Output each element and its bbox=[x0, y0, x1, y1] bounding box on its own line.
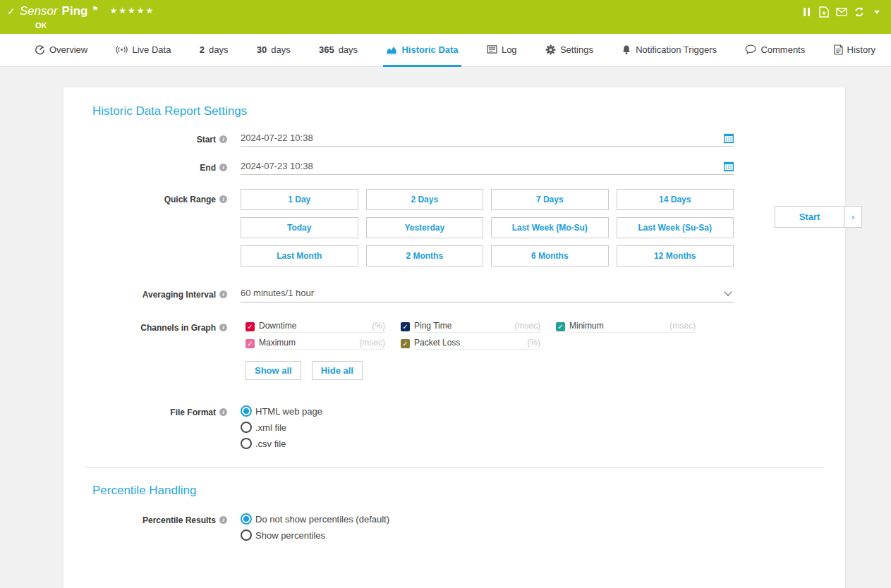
context-menu-caret-icon[interactable] bbox=[871, 6, 883, 18]
percentile-results-row: Percentile Results i Do not show percent… bbox=[63, 513, 824, 541]
start-date-input[interactable]: 2024-07-22 10:38 bbox=[241, 133, 734, 147]
info-icon[interactable]: i bbox=[219, 164, 227, 171]
tab-bar: Overview Live Data 2 days 30 days 365 da… bbox=[0, 34, 891, 67]
tab-settings[interactable]: Settings bbox=[543, 34, 596, 67]
channels-label: Channels in Graph bbox=[140, 323, 216, 333]
history-page-icon bbox=[834, 44, 843, 55]
chevron-down-icon bbox=[724, 288, 732, 295]
start-row: Start i 2024-07-22 10:38 bbox=[63, 133, 824, 147]
channel-minimum: ✓ Minimum(msec) bbox=[556, 321, 696, 333]
tab-history[interactable]: History bbox=[831, 34, 878, 67]
gear-icon bbox=[545, 44, 556, 55]
radio-icon bbox=[241, 529, 252, 541]
refresh-icon[interactable] bbox=[854, 6, 865, 18]
section-divider bbox=[85, 467, 824, 468]
radio-icon bbox=[241, 422, 252, 433]
flag-icon[interactable]: ⚑ bbox=[92, 5, 98, 13]
percentile-hide-radio[interactable]: Do not show percentiles (default) bbox=[241, 513, 734, 525]
report-icon[interactable] bbox=[818, 6, 830, 18]
sensor-header: ✓ Sensor Ping ⚑ ★★★★★ OK bbox=[0, 0, 891, 34]
channel-checkbox[interactable]: ✓ bbox=[246, 322, 255, 331]
tab-notification-triggers[interactable]: Notification Triggers bbox=[619, 34, 720, 67]
email-icon[interactable] bbox=[836, 6, 847, 18]
info-icon[interactable]: i bbox=[219, 324, 227, 331]
channel-checkbox[interactable]: ✓ bbox=[401, 322, 410, 331]
sensor-name: Ping bbox=[62, 4, 88, 18]
channels-row: Channels in Graph i ✓ Downtime(%) ✓ Ping… bbox=[63, 321, 824, 380]
averaging-interval-row: Averaging Interval i 60 minutes/1 hour bbox=[63, 288, 824, 302]
quick-range-2-days-button[interactable]: 2 Days bbox=[366, 189, 484, 210]
info-icon[interactable]: i bbox=[219, 195, 227, 203]
tab-log[interactable]: Log bbox=[484, 34, 520, 67]
file-format-html-radio[interactable]: HTML web page bbox=[241, 405, 734, 417]
channel-checkbox[interactable]: ✓ bbox=[401, 339, 410, 348]
quick-range-yesterday-button[interactable]: Yesterday bbox=[366, 217, 484, 238]
quick-range-12-months-button[interactable]: 12 Months bbox=[617, 245, 734, 267]
start-label: Start bbox=[197, 135, 216, 145]
averaging-interval-label: Averaging Interval bbox=[143, 290, 216, 300]
info-icon[interactable]: i bbox=[219, 516, 227, 524]
end-row: End i 2024-07-23 10:38 bbox=[63, 161, 824, 175]
percentile-show-radio[interactable]: Show percentiles bbox=[241, 529, 734, 541]
gauge-icon bbox=[35, 44, 45, 55]
start-report-chevron-button[interactable]: › bbox=[844, 206, 862, 228]
radio-icon bbox=[241, 438, 252, 449]
averaging-interval-select[interactable]: 60 minutes/1 hour bbox=[241, 288, 734, 302]
end-label: End bbox=[200, 163, 216, 173]
pause-icon[interactable] bbox=[801, 6, 812, 18]
quick-range-last-week-su-sa-button[interactable]: Last Week (Su-Sa) bbox=[617, 217, 734, 238]
tab-2-days[interactable]: 2 days bbox=[197, 34, 231, 67]
area-chart-icon bbox=[386, 45, 397, 54]
status-badge: OK bbox=[35, 21, 154, 30]
info-icon[interactable]: i bbox=[219, 135, 227, 143]
tab-overview[interactable]: Overview bbox=[32, 34, 90, 67]
quick-range-2-months-button[interactable]: 2 Months bbox=[366, 245, 484, 267]
tab-historic-data[interactable]: Historic Data bbox=[383, 34, 461, 67]
quick-range-label: Quick Range bbox=[164, 195, 216, 204]
status-ok-icon: ✓ bbox=[7, 6, 16, 17]
bell-icon bbox=[622, 44, 631, 55]
object-type-label: Sensor bbox=[20, 4, 58, 18]
channel-downtime: ✓ Downtime(%) bbox=[246, 321, 385, 333]
channel-packet-loss: ✓ Packet Loss(%) bbox=[401, 338, 540, 350]
percentile-results-label: Percentile Results bbox=[143, 515, 216, 525]
channel-ping-time: ✓ Ping Time(msec) bbox=[401, 321, 540, 333]
quick-range-last-month-button[interactable]: Last Month bbox=[241, 245, 358, 267]
live-signal-icon bbox=[116, 45, 128, 54]
settings-card: Historic Data Report Settings Start i 20… bbox=[63, 87, 845, 588]
calendar-icon[interactable] bbox=[724, 133, 734, 143]
priority-stars[interactable]: ★★★★★ bbox=[109, 6, 154, 16]
file-format-row: File Format i HTML web page .xml file . bbox=[63, 405, 824, 449]
radio-icon bbox=[241, 405, 252, 417]
comment-bubble-icon bbox=[745, 44, 756, 54]
radio-icon bbox=[241, 513, 252, 525]
tab-live-data[interactable]: Live Data bbox=[113, 34, 174, 67]
end-date-input[interactable]: 2024-07-23 10:38 bbox=[241, 161, 734, 175]
quick-range-1-day-button[interactable]: 1 Day bbox=[241, 189, 358, 210]
file-format-label: File Format bbox=[170, 408, 216, 417]
quick-range-6-months-button[interactable]: 6 Months bbox=[491, 245, 609, 267]
calendar-icon[interactable] bbox=[724, 161, 734, 171]
info-icon[interactable]: i bbox=[219, 290, 227, 298]
info-icon[interactable]: i bbox=[219, 408, 227, 416]
quick-range-14-days-button[interactable]: 14 Days bbox=[617, 189, 734, 210]
quick-range-today-button[interactable]: Today bbox=[241, 217, 358, 238]
tab-30-days[interactable]: 30 days bbox=[254, 34, 293, 67]
show-all-button[interactable]: Show all bbox=[246, 361, 301, 380]
channel-checkbox[interactable]: ✓ bbox=[246, 339, 255, 348]
log-list-icon bbox=[487, 45, 497, 54]
tab-comments[interactable]: Comments bbox=[742, 34, 808, 67]
report-settings-title: Historic Data Report Settings bbox=[92, 104, 824, 118]
tab-365-days[interactable]: 365 days bbox=[316, 34, 360, 67]
quick-range-row: Quick Range i 1 Day 2 Days 7 Days 14 Day… bbox=[63, 189, 824, 267]
quick-range-last-week-mo-su-button[interactable]: Last Week (Mo-Su) bbox=[491, 217, 609, 238]
quick-range-7-days-button[interactable]: 7 Days bbox=[491, 189, 609, 210]
run-report-controls: Start › bbox=[775, 206, 862, 228]
file-format-csv-radio[interactable]: .csv file bbox=[241, 438, 734, 449]
file-format-xml-radio[interactable]: .xml file bbox=[241, 422, 734, 433]
percentile-title: Percentile Handling bbox=[92, 484, 824, 498]
channel-maximum: ✓ Maximum(msec) bbox=[246, 338, 385, 350]
hide-all-button[interactable]: Hide all bbox=[312, 361, 363, 380]
channel-checkbox[interactable]: ✓ bbox=[556, 322, 565, 331]
start-report-button[interactable]: Start bbox=[775, 206, 844, 228]
